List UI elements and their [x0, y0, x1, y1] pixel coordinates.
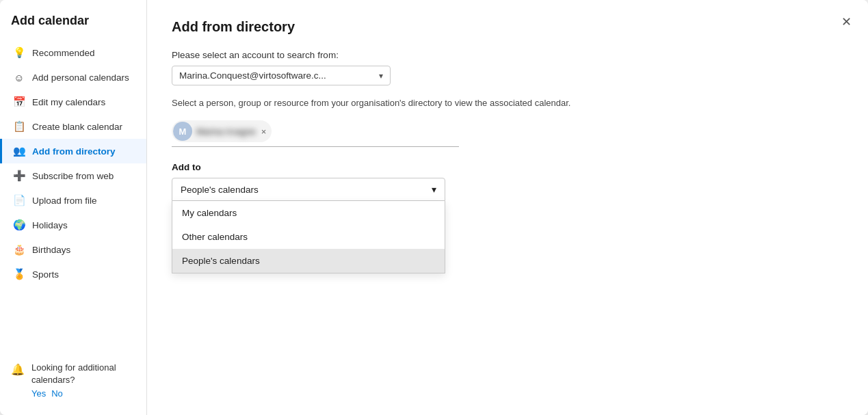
- sidebar-item-label-birthdays: Birthdays: [32, 245, 70, 255]
- sidebar: Add calendar 💡 Recommended ☺ Add persona…: [0, 0, 147, 415]
- sidebar-item-label-sports: Sports: [32, 269, 59, 280]
- add-personal-icon: ☺: [13, 71, 25, 83]
- sidebar-item-upload-from-file[interactable]: 📄 Upload from file: [0, 188, 146, 213]
- person-chip: M Marina Irvagne ×: [172, 120, 272, 142]
- person-name: Marina Irvagne: [196, 126, 256, 137]
- sidebar-footer: 🔔 Looking for additional calendars? Yes …: [0, 355, 146, 404]
- dropdown-option-my-calendars[interactable]: My calendars: [172, 201, 445, 225]
- add-from-directory-icon: 👥: [13, 145, 25, 157]
- footer-yes-link[interactable]: Yes: [31, 388, 46, 399]
- recommended-icon: 💡: [13, 46, 25, 59]
- sidebar-item-add-personal[interactable]: ☺ Add personal calendars: [0, 65, 146, 90]
- sidebar-item-label-edit-my: Edit my calendars: [32, 97, 105, 107]
- sidebar-item-label-add-personal: Add personal calendars: [32, 72, 129, 83]
- person-avatar: M: [173, 122, 192, 141]
- sidebar-item-create-blank[interactable]: 📋 Create blank calendar: [0, 114, 146, 139]
- sidebar-item-subscribe-from-web[interactable]: ➕ Subscribe from web: [0, 163, 146, 188]
- dropdown-arrow-icon: ▾: [432, 184, 436, 195]
- main-title: Add from directory: [172, 19, 843, 35]
- description-text: Select a person, group or resource from …: [172, 98, 843, 108]
- main-content: ✕ Add from directory Please select an ac…: [147, 0, 868, 415]
- account-label: Please select an account to search from:: [172, 50, 843, 60]
- sidebar-item-edit-my[interactable]: 📅 Edit my calendars: [0, 90, 146, 114]
- sidebar-item-add-from-directory[interactable]: 👥 Add from directory: [0, 139, 146, 163]
- close-icon: ✕: [841, 14, 852, 29]
- person-search-area: M Marina Irvagne ×: [172, 120, 459, 147]
- sidebar-item-holidays[interactable]: 🌍 Holidays: [0, 213, 146, 237]
- account-select-text: Marina.Conquest@virtosoftware.c...: [179, 70, 326, 81]
- sidebar-item-label-holidays: Holidays: [32, 220, 68, 230]
- dropdown-option-other-calendars[interactable]: Other calendars: [172, 225, 445, 249]
- sidebar-title: Add calendar: [0, 11, 146, 40]
- sidebar-item-label-create-blank: Create blank calendar: [32, 122, 122, 132]
- sidebar-item-sports[interactable]: 🏅 Sports: [0, 262, 146, 286]
- sidebar-item-label-add-from-directory: Add from directory: [32, 146, 116, 157]
- sidebar-item-birthdays[interactable]: 🎂 Birthdays: [0, 237, 146, 262]
- close-button[interactable]: ✕: [837, 12, 856, 31]
- dropdown-selected-text: People's calendars: [181, 185, 259, 195]
- birthdays-icon: 🎂: [13, 243, 25, 256]
- person-remove-icon[interactable]: ×: [261, 126, 267, 137]
- upload-from-file-icon: 📄: [13, 194, 25, 206]
- add-calendar-modal: Add calendar 💡 Recommended ☺ Add persona…: [0, 0, 868, 415]
- holidays-icon: 🌍: [13, 219, 25, 231]
- dropdown-wrapper: People's calendars ▾ My calendarsOther c…: [172, 178, 445, 201]
- account-select-arrow: ▾: [379, 71, 383, 81]
- dropdown-list: My calendarsOther calendarsPeople's cale…: [172, 201, 445, 273]
- bell-icon: 🔔: [11, 363, 25, 376]
- dropdown-option-peoples-calendars[interactable]: People's calendars: [172, 249, 445, 273]
- create-blank-icon: 📋: [13, 120, 25, 133]
- footer-no-link[interactable]: No: [51, 388, 63, 399]
- dropdown-trigger[interactable]: People's calendars ▾: [172, 178, 445, 201]
- sidebar-items-container: 💡 Recommended ☺ Add personal calendars 📅…: [0, 40, 146, 286]
- subscribe-from-web-icon: ➕: [13, 170, 25, 182]
- sports-icon: 🏅: [13, 268, 25, 280]
- edit-my-icon: 📅: [13, 96, 25, 108]
- footer-text: Looking for additional calendars?: [31, 362, 135, 386]
- sidebar-item-label-upload-from-file: Upload from file: [32, 196, 97, 206]
- sidebar-item-recommended[interactable]: 💡 Recommended: [0, 40, 146, 65]
- add-to-label: Add to: [172, 162, 843, 172]
- sidebar-item-label-subscribe-from-web: Subscribe from web: [32, 171, 114, 181]
- sidebar-item-label-recommended: Recommended: [32, 48, 95, 58]
- account-select[interactable]: Marina.Conquest@virtosoftware.c... ▾: [172, 66, 391, 85]
